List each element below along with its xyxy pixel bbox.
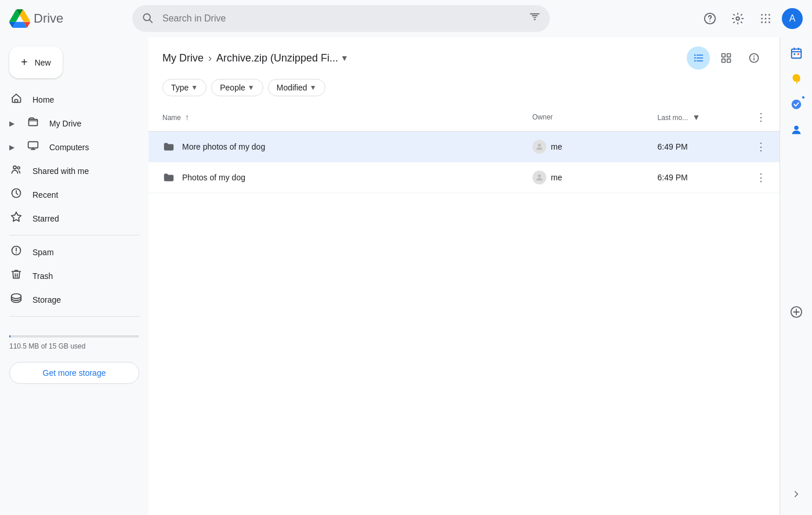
sidebar-item-home[interactable]: Home bbox=[0, 88, 144, 111]
topbar-actions: A bbox=[698, 7, 803, 30]
svg-rect-38 bbox=[797, 53, 799, 55]
svg-point-23 bbox=[16, 252, 17, 253]
svg-point-24 bbox=[694, 55, 696, 56]
contacts-panel-button[interactable] bbox=[785, 118, 808, 142]
column-more-button[interactable]: ⋮ bbox=[752, 108, 770, 126]
storage-bar-fill bbox=[9, 335, 10, 338]
info-button[interactable] bbox=[742, 46, 766, 70]
search-input[interactable] bbox=[132, 5, 550, 32]
name-sort-icon: ↑ bbox=[185, 113, 189, 122]
th-owner[interactable]: Owner bbox=[523, 103, 648, 132]
svg-point-12 bbox=[765, 21, 767, 23]
breadcrumb-separator: › bbox=[208, 52, 212, 64]
new-button[interactable]: + New bbox=[9, 46, 63, 78]
svg-point-9 bbox=[765, 18, 767, 20]
sidebar-item-computers[interactable]: ▶ Computers bbox=[0, 135, 144, 159]
storage-section: 110.5 MB of 15 GB used bbox=[0, 321, 148, 355]
sidebar-item-spam[interactable]: Spam bbox=[0, 240, 144, 264]
modified-filter-label: Modified bbox=[277, 83, 307, 92]
svg-point-26 bbox=[694, 60, 696, 62]
logo-area: Drive bbox=[9, 8, 125, 29]
th-last-modified[interactable]: Last mo... ▼ bbox=[648, 103, 742, 132]
recent-icon bbox=[9, 187, 23, 202]
apps-button[interactable] bbox=[754, 7, 777, 30]
sidebar-divider-2 bbox=[9, 316, 139, 317]
tasks-panel-button[interactable] bbox=[785, 93, 808, 116]
sidebar-item-home-label: Home bbox=[32, 95, 135, 104]
svg-point-5 bbox=[761, 14, 763, 16]
sidebar-item-recent[interactable]: Recent bbox=[0, 183, 144, 206]
breadcrumb-dropdown-icon: ▼ bbox=[340, 53, 349, 63]
type-filter[interactable]: Type ▼ bbox=[162, 79, 206, 96]
sidebar-item-starred[interactable]: Starred bbox=[0, 206, 144, 230]
view-controls bbox=[687, 46, 766, 70]
last-modified: 6:49 PM bbox=[648, 162, 742, 193]
svg-point-4 bbox=[736, 17, 740, 20]
svg-point-35 bbox=[538, 175, 541, 177]
new-button-label: New bbox=[35, 58, 51, 67]
shared-icon bbox=[9, 164, 23, 178]
sidebar-item-recent-label: Recent bbox=[32, 190, 135, 200]
help-button[interactable] bbox=[698, 7, 722, 30]
add-panel-button[interactable] bbox=[785, 300, 808, 324]
search-filter-icon[interactable] bbox=[529, 12, 541, 26]
app-title: Drive bbox=[34, 11, 63, 26]
people-filter[interactable]: People ▼ bbox=[211, 79, 263, 96]
svg-point-3 bbox=[709, 21, 710, 22]
type-filter-icon: ▼ bbox=[191, 84, 198, 92]
sidebar-item-spam-label: Spam bbox=[32, 248, 135, 257]
svg-point-18 bbox=[17, 166, 20, 169]
content-header: My Drive › Archive.zip (Unzipped Fi... ▼ bbox=[148, 37, 780, 74]
svg-rect-30 bbox=[727, 59, 731, 63]
svg-point-11 bbox=[761, 21, 763, 23]
row-more-button[interactable]: ⋮ bbox=[752, 168, 770, 187]
svg-rect-14 bbox=[15, 100, 18, 103]
get-more-storage-button[interactable]: Get more storage bbox=[9, 362, 139, 384]
svg-point-40 bbox=[794, 126, 798, 130]
computers-expand-icon: ▶ bbox=[9, 143, 14, 151]
table-row[interactable]: Photos of my dog me 6:49 PM ⋮ bbox=[148, 162, 780, 193]
modified-sort-icon: ▼ bbox=[693, 113, 701, 122]
right-panel bbox=[780, 37, 812, 515]
table-row[interactable]: More photos of my dog me 6:49 PM ⋮ bbox=[148, 132, 780, 162]
settings-button[interactable] bbox=[726, 7, 749, 30]
owner-avatar bbox=[532, 140, 546, 154]
new-plus-icon: + bbox=[21, 56, 28, 69]
collapse-panel-button[interactable] bbox=[785, 483, 808, 506]
svg-point-8 bbox=[761, 18, 763, 20]
modified-filter[interactable]: Modified ▼ bbox=[268, 79, 325, 96]
drive-logo-icon bbox=[9, 8, 30, 29]
last-modified: 6:49 PM bbox=[648, 132, 742, 162]
keep-panel-button[interactable] bbox=[785, 67, 808, 90]
svg-rect-28 bbox=[727, 54, 731, 57]
svg-point-25 bbox=[694, 57, 696, 59]
svg-line-1 bbox=[150, 20, 153, 23]
list-view-button[interactable] bbox=[687, 46, 710, 70]
row-more-button[interactable]: ⋮ bbox=[752, 137, 770, 156]
sidebar-item-trash[interactable]: Trash bbox=[0, 264, 144, 288]
storage-bar-bg bbox=[9, 335, 139, 338]
svg-rect-29 bbox=[722, 59, 726, 63]
grid-view-button[interactable] bbox=[715, 46, 738, 70]
breadcrumb-current[interactable]: Archive.zip (Unzipped Fi... ▼ bbox=[216, 52, 349, 64]
svg-rect-37 bbox=[793, 53, 795, 55]
svg-point-39 bbox=[791, 100, 801, 110]
sidebar-item-trash-label: Trash bbox=[32, 271, 135, 281]
sidebar-item-shared[interactable]: Shared with me bbox=[0, 159, 144, 183]
breadcrumb-root[interactable]: My Drive bbox=[162, 52, 204, 64]
sidebar-item-my-drive[interactable]: ▶ My Drive bbox=[0, 111, 144, 135]
people-filter-icon: ▼ bbox=[248, 84, 255, 92]
svg-point-34 bbox=[538, 144, 541, 147]
sidebar-item-my-drive-label: My Drive bbox=[49, 119, 135, 128]
svg-point-13 bbox=[768, 21, 770, 23]
calendar-panel-button[interactable] bbox=[785, 42, 808, 65]
modified-filter-icon: ▼ bbox=[310, 84, 317, 92]
sidebar-item-storage[interactable]: Storage bbox=[0, 288, 144, 311]
svg-point-6 bbox=[765, 14, 767, 16]
computers-icon bbox=[26, 140, 40, 154]
user-avatar[interactable]: A bbox=[782, 8, 803, 29]
th-name[interactable]: Name ↑ bbox=[148, 103, 523, 132]
svg-rect-27 bbox=[722, 54, 726, 57]
my-drive-icon bbox=[26, 116, 40, 130]
svg-marker-20 bbox=[12, 212, 21, 222]
